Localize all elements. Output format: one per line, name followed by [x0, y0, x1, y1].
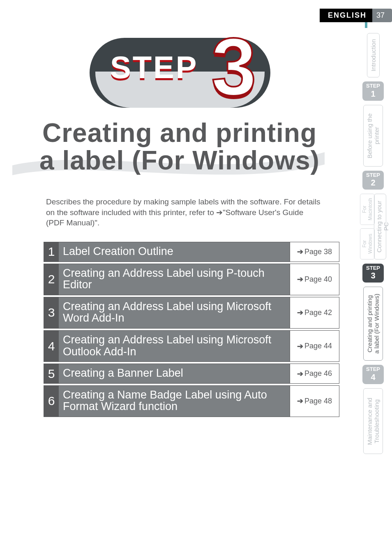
- toc-page-ref: ➔Page 48: [290, 386, 339, 417]
- toc-title: Creating a Banner Label: [59, 364, 290, 383]
- step-pill-2[interactable]: STEP2: [362, 171, 384, 190]
- toc-title: Creating an Address Label using Microsof…: [59, 331, 290, 361]
- arrow-right-icon: ➔: [297, 342, 303, 351]
- step-pill-3[interactable]: STEP3: [362, 264, 384, 283]
- toc-row[interactable]: 4 Creating an Address Label using Micros…: [44, 330, 339, 362]
- table-of-contents: 1 Label Creation Outline ➔Page 38 2 Crea…: [44, 242, 339, 419]
- toc-page-ref: ➔Page 40: [290, 264, 339, 295]
- toc-number: 6: [44, 386, 59, 417]
- toc-row[interactable]: 5 Creating a Banner Label ➔Page 46: [44, 364, 339, 384]
- toc-row[interactable]: 2 Creating an Address Label using P-touc…: [44, 264, 339, 295]
- arrow-right-icon: ➔: [297, 247, 303, 256]
- step-pill-4[interactable]: STEP4: [362, 365, 384, 384]
- toc-page-ref: ➔Page 42: [290, 297, 339, 328]
- arrow-right-icon: ➔: [297, 308, 303, 317]
- step-badge: STEP 3: [90, 38, 270, 108]
- toc-number: 2: [44, 264, 59, 295]
- toc-title: Label Creation Outline: [59, 242, 290, 262]
- title-line-1: Creating and printing: [42, 118, 317, 148]
- tab-before-using[interactable]: Before using the printer: [363, 105, 383, 167]
- toc-title: Creating an Address Label using P-touch …: [59, 264, 290, 295]
- step-label: STEP: [110, 49, 198, 85]
- side-nav: Introduction STEP1 Before using the prin…: [360, 33, 386, 454]
- tab-connecting-pc[interactable]: Connecting to your PC: [374, 194, 386, 259]
- page-title: Creating and printing a label (For Windo…: [29, 119, 330, 174]
- description-text: Describes the procedure by making sample…: [46, 197, 322, 228]
- toc-row[interactable]: 3 Creating an Address Label using Micros…: [44, 297, 339, 329]
- tab-maintenance[interactable]: Maintenance and Troubleshooting: [363, 388, 383, 454]
- toc-number: 3: [44, 297, 59, 328]
- toc-title: Creating an Address Label using Microsof…: [59, 297, 290, 328]
- arrow-right-icon: ➔: [297, 396, 303, 405]
- toc-page-ref: ➔Page 46: [290, 364, 339, 383]
- toc-title: Creating a Name Badge Label using Auto F…: [59, 386, 290, 417]
- tab-for-windows[interactable]: For Windows: [360, 228, 375, 259]
- arrow-right-icon: ➔: [297, 369, 303, 378]
- toc-number: 5: [44, 364, 59, 383]
- page-number: 37: [372, 9, 392, 22]
- toc-row[interactable]: 1 Label Creation Outline ➔Page 38: [44, 242, 339, 262]
- toc-row[interactable]: 6 Creating a Name Badge Label using Auto…: [44, 385, 339, 417]
- arrow-right-icon: ➔: [297, 275, 303, 284]
- page-header: ENGLISH 37: [320, 9, 392, 21]
- step-pill-1[interactable]: STEP1: [362, 81, 384, 100]
- title-line-2: a label (For Windows): [39, 146, 320, 175]
- tab-creating-printing[interactable]: Creating and printing a label (For Windo…: [363, 287, 383, 361]
- step-number: 3: [211, 26, 256, 108]
- toc-page-ref: ➔Page 44: [290, 331, 339, 361]
- tab-introduction[interactable]: Introduction: [367, 33, 380, 77]
- tab-for-macintosh[interactable]: For Macintosh: [360, 194, 375, 225]
- toc-page-ref: ➔Page 38: [290, 242, 339, 262]
- toc-number: 1: [44, 242, 59, 262]
- toc-number: 4: [44, 331, 59, 361]
- decorative-tick: [365, 22, 367, 28]
- language-badge: ENGLISH: [320, 9, 372, 22]
